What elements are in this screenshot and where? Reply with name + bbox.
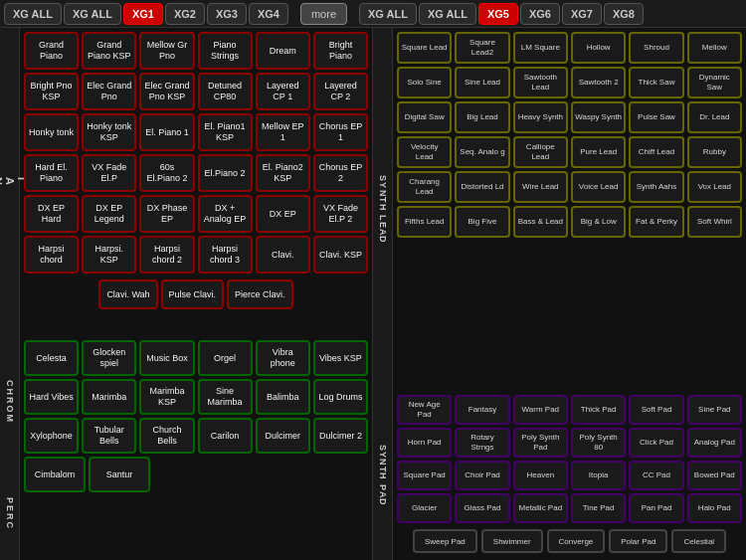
pad-cc[interactable]: CC Pad: [629, 461, 683, 490]
piano-btn-bright-pno-ksp[interactable]: Bright Pno KSP: [24, 73, 79, 110]
pulse-clavi-btn[interactable]: Pulse Clavi.: [161, 280, 225, 309]
pad-bowed[interactable]: Bowed Pad: [687, 461, 742, 490]
pad-analog[interactable]: Analog Pad: [687, 428, 742, 458]
piano-btn-dx-ep-legend[interactable]: DX EP Legend: [82, 195, 136, 233]
chrom-orgel[interactable]: Orgel: [198, 340, 253, 376]
synth-distorted-ld[interactable]: Distorted Ld: [455, 171, 509, 203]
tab-xg1[interactable]: XG1: [123, 3, 163, 25]
tab-xgall-3[interactable]: XG ALL: [359, 3, 417, 25]
chrom-log-drums[interactable]: Log Drums: [313, 379, 368, 415]
pierce-clavi-btn[interactable]: Pierce Clavi.: [227, 280, 293, 309]
pad-poly-synth-80[interactable]: Poly Synth 80: [571, 428, 626, 458]
piano-btn-clavi[interactable]: Clavi.: [256, 236, 310, 274]
tab-xgall-2[interactable]: XG ALL: [64, 3, 121, 25]
pad-choir[interactable]: Choir Pad: [455, 461, 509, 490]
tab-xg3[interactable]: XG3: [207, 3, 247, 25]
synth-hollow[interactable]: Hollow: [571, 32, 626, 64]
piano-btn-harpsi-chord3[interactable]: Harpsi chord 3: [198, 236, 253, 274]
synth-heavy-synth[interactable]: Heavy Synth: [513, 101, 568, 133]
piano-btn-harpsi-chord[interactable]: Harpsi chord: [24, 236, 79, 274]
chrom-glocken-spiel[interactable]: Glocken spiel: [82, 340, 136, 376]
pad-metallic[interactable]: Metallic Pad: [513, 493, 568, 523]
piano-btn-vx-fade-el-p[interactable]: VX Fade El.P: [82, 154, 136, 192]
synth-sawtooth-lead[interactable]: Sawtooth Lead: [513, 67, 568, 98]
piano-btn-elpiano2[interactable]: El.Piano 2: [198, 154, 253, 192]
tab-xg2[interactable]: XG2: [165, 3, 205, 25]
synth-dynamic-saw[interactable]: Dynamic Saw: [687, 67, 742, 98]
pad-halo[interactable]: Halo Pad: [687, 493, 742, 523]
pad-celestial[interactable]: Celestial: [671, 529, 726, 553]
pad-square[interactable]: Square Pad: [397, 461, 452, 490]
chrom-tubular-bells[interactable]: Tubular Bells: [82, 418, 136, 454]
piano-btn-vx-fade-elp2[interactable]: VX Fade El.P 2: [313, 195, 368, 233]
synth-square-lead2[interactable]: Square Lead2: [455, 32, 509, 64]
synth-digital-saw[interactable]: Digital Saw: [397, 101, 452, 133]
piano-btn-harpsi-ksp[interactable]: Harpsi. KSP: [82, 236, 136, 274]
synth-fifths-lead[interactable]: Fifths Lead: [397, 206, 452, 238]
pad-thick[interactable]: Thick Pad: [571, 395, 626, 425]
synth-square-lead[interactable]: Square Lead: [397, 32, 452, 64]
piano-btn-dx-analog-ep[interactable]: DX + Analog EP: [198, 195, 253, 233]
piano-btn-elec-grand-pno-ksp[interactable]: Elec Grand Pno KSP: [139, 73, 194, 110]
pad-itopia[interactable]: Itopia: [571, 461, 626, 490]
chrom-dulcimer2[interactable]: Dulcimer 2: [313, 418, 368, 454]
chrom-carilon[interactable]: Carilon: [198, 418, 253, 454]
pad-soft[interactable]: Soft Pad: [629, 395, 683, 425]
piano-btn-grand-piano[interactable]: Grand Piano: [24, 32, 79, 70]
tab-xgall-4[interactable]: XG ALL: [419, 3, 476, 25]
piano-btn-detuned-cp80[interactable]: Detuned CP80: [198, 73, 253, 110]
synth-wire-lead[interactable]: Wire Lead: [513, 171, 568, 203]
synth-charang-lead[interactable]: Charang Lead: [397, 171, 452, 203]
synth-sawtooth2[interactable]: Sawtooth 2: [571, 67, 626, 98]
pad-rotary-strngs[interactable]: Rotary Strngs: [455, 428, 509, 458]
chrom-balimba[interactable]: Balimba: [256, 379, 310, 415]
synth-chiff-lead[interactable]: Chiff Lead: [629, 136, 683, 168]
synth-lm-square[interactable]: LM Square: [513, 32, 568, 64]
chrom-cimbalom[interactable]: Cimbalom: [24, 457, 86, 492]
pad-sine[interactable]: Sine Pad: [687, 395, 742, 425]
piano-btn-dream[interactable]: Dream: [256, 32, 310, 70]
synth-solo-sine[interactable]: Solo Sine: [397, 67, 452, 98]
pad-warm[interactable]: Warm Pad: [513, 395, 568, 425]
pad-shwimmer[interactable]: Shwimmer: [481, 529, 543, 553]
synth-seq-analog[interactable]: Seq. Analo g: [455, 136, 509, 168]
piano-btn-dx-ep[interactable]: DX EP: [256, 195, 310, 233]
pad-tine[interactable]: Tine Pad: [571, 493, 626, 523]
chrom-celesta[interactable]: Celesta: [24, 340, 79, 376]
synth-mellow[interactable]: Mellow: [687, 32, 742, 64]
clavi-wah-btn[interactable]: Clavi. Wah: [98, 280, 157, 309]
synth-soft-whirl[interactable]: Soft Whirl: [687, 206, 742, 238]
piano-btn-mellow-ep1[interactable]: Mellow EP 1: [256, 113, 310, 151]
tab-xg6[interactable]: XG6: [520, 3, 560, 25]
pad-glacier[interactable]: Glacier: [397, 493, 452, 523]
piano-btn-grand-piano-ksp[interactable]: Grand Piano KSP: [82, 32, 136, 70]
synth-vox-lead[interactable]: Vox Lead: [687, 171, 742, 203]
synth-synth-aahs[interactable]: Synth Aahs: [629, 171, 683, 203]
chrom-marimba[interactable]: Marimba: [82, 379, 136, 415]
synth-velocity-lead[interactable]: Velocity Lead: [397, 136, 452, 168]
piano-btn-60s-elpiano2[interactable]: 60s El.Piano 2: [139, 154, 194, 192]
synth-big-low[interactable]: Big & Low: [571, 206, 626, 238]
piano-btn-dx-phase-ep[interactable]: DX Phase EP: [139, 195, 194, 233]
pad-new-age[interactable]: New Age Pad: [397, 395, 452, 425]
tab-xgall-1[interactable]: XG ALL: [4, 3, 62, 25]
synth-big-five[interactable]: Big Five: [455, 206, 509, 238]
pad-polar[interactable]: Polar Pad: [609, 529, 667, 553]
synth-fat-perky[interactable]: Fat & Perky: [629, 206, 683, 238]
chrom-church-bells[interactable]: Church Bells: [139, 418, 194, 454]
more-button[interactable]: more: [300, 3, 347, 25]
synth-calliope-lead[interactable]: Calliope Lead: [513, 136, 568, 168]
chrom-music-box[interactable]: Music Box: [139, 340, 194, 376]
piano-btn-piano-strings[interactable]: Piano Strings: [198, 32, 253, 70]
pad-converge[interactable]: Converge: [547, 529, 606, 553]
piano-btn-el-piano1-ksp[interactable]: El. Piano1 KSP: [198, 113, 253, 151]
chrom-vibra-phone[interactable]: Vibra phone: [256, 340, 310, 376]
synth-bass-lead[interactable]: Bass & Lead: [513, 206, 568, 238]
piano-btn-layered-cp1[interactable]: Layered CP 1: [256, 73, 310, 110]
synth-dr-lead[interactable]: Dr. Lead: [687, 101, 742, 133]
chrom-sine-marimba[interactable]: Sine Marimba: [198, 379, 253, 415]
piano-btn-mellow-gr-pno[interactable]: Mellow Gr Pno: [139, 32, 194, 70]
piano-btn-honky-tonk-ksp[interactable]: Honky tonk KSP: [82, 113, 136, 151]
piano-btn-hard-el-piano[interactable]: Hard El. Piano: [24, 154, 79, 192]
chrom-dulcimer[interactable]: Dulcimer: [256, 418, 310, 454]
